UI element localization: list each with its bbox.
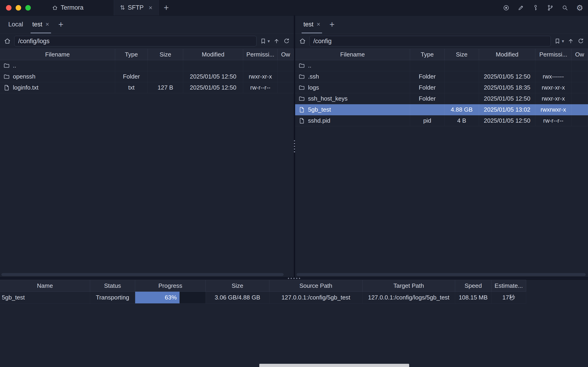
file-row-openssh[interactable]: openssh Folder 2025/01/05 12:50 rwxr-xr-…: [0, 71, 294, 82]
tab-local-label: Local: [8, 21, 23, 28]
close-window-button[interactable]: [6, 5, 11, 11]
refresh-button[interactable]: [577, 38, 584, 45]
remote-panel: test × + ▾: [295, 16, 588, 277]
column-header-source-path[interactable]: Source Path: [269, 280, 363, 292]
size-cell: 4 B: [444, 115, 479, 126]
tab-termora[interactable]: Termora: [47, 0, 88, 15]
home-icon[interactable]: [299, 37, 306, 45]
owner-cell: [571, 60, 588, 71]
column-header-permissions[interactable]: Permissi...: [535, 49, 571, 60]
path-input[interactable]: [309, 36, 551, 46]
column-header-size[interactable]: Size: [206, 280, 269, 292]
permissions-cell: rw-r--r--: [243, 82, 278, 93]
record-icon[interactable]: [502, 4, 510, 12]
filename-cell: sshd.pid: [295, 115, 410, 126]
transfers-panel: Name Status Progress Size Source Path Ta…: [0, 280, 588, 304]
permissions-cell: rwxrwxr-x: [535, 104, 571, 115]
left-panel-tabs: Local test × +: [0, 16, 294, 33]
owner-cell: [571, 115, 588, 126]
column-header-progress[interactable]: Progress: [135, 280, 206, 292]
transfer-size-cell: 3.06 GB/4.88 GB: [206, 292, 269, 304]
close-tab-icon[interactable]: ×: [45, 21, 49, 28]
file-row-loginfo[interactable]: loginfo.txt txt 127 B 2025/01/05 12:50 r…: [0, 82, 294, 93]
bookmark-icon: [554, 38, 561, 45]
parent-directory-button[interactable]: [567, 38, 574, 45]
transfer-row-5gb-test[interactable]: 5gb_test Transporting 63% 3.06 GB/4.88 G…: [0, 292, 588, 304]
column-header-filename[interactable]: Filename: [0, 49, 115, 60]
add-session-tab-button[interactable]: +: [325, 16, 339, 33]
size-cell: 127 B: [148, 82, 183, 93]
filename-cell: ssh_host_keys: [295, 93, 410, 104]
tab-test-left[interactable]: test ×: [28, 16, 54, 33]
home-icon[interactable]: [4, 37, 11, 45]
search-icon[interactable]: [561, 4, 569, 12]
permissions-cell: rwx------: [535, 71, 571, 82]
column-header-target-path[interactable]: Target Path: [363, 280, 455, 292]
folder-icon: [3, 62, 10, 69]
file-row-parent[interactable]: ..: [0, 60, 294, 71]
file-row-ssh-host-keys[interactable]: ssh_host_keys Folder 2025/01/05 12:50 rw…: [295, 93, 588, 104]
add-session-tab-button[interactable]: +: [54, 16, 68, 33]
permissions-cell: rw-r--r--: [535, 115, 571, 126]
close-tab-icon[interactable]: ×: [149, 4, 152, 11]
file-icon: [298, 106, 305, 113]
minimize-window-button[interactable]: [16, 5, 21, 11]
filename-cell: .ssh: [295, 71, 410, 82]
filename-cell: ..: [295, 60, 410, 71]
file-row-ssh[interactable]: .ssh Folder 2025/01/05 12:50 rwx------: [295, 71, 588, 82]
column-header-status[interactable]: Status: [90, 280, 135, 292]
horizontal-scrollbar[interactable]: [1, 273, 284, 276]
column-header-estimate[interactable]: Estimate...: [491, 280, 526, 292]
tab-test-right[interactable]: test ×: [299, 16, 325, 33]
new-window-tab-button[interactable]: +: [159, 0, 174, 15]
refresh-button[interactable]: [283, 38, 290, 45]
column-header-owner[interactable]: Ow: [278, 49, 294, 60]
tab-local[interactable]: Local: [4, 16, 28, 33]
file-icon: [3, 84, 10, 91]
column-header-size[interactable]: Size: [148, 49, 183, 60]
file-row-5gb-test-selected[interactable]: 5gb_test 4.88 GB 2025/01/05 13:02 rwxrwx…: [295, 104, 588, 115]
bookmark-icon: [260, 38, 267, 45]
zoom-window-button[interactable]: [25, 5, 31, 11]
horizontal-scrollbar[interactable]: [297, 273, 586, 276]
settings-gear-icon[interactable]: ⚙: [576, 4, 584, 12]
modified-cell: 2025/01/05 18:35: [479, 82, 535, 93]
column-header-modified[interactable]: Modified: [479, 49, 535, 60]
close-tab-icon[interactable]: ×: [317, 21, 320, 28]
bookmark-button[interactable]: ▾: [260, 38, 270, 45]
folder-icon: [298, 62, 305, 69]
column-header-name[interactable]: Name: [0, 280, 90, 292]
path-input[interactable]: [14, 36, 256, 46]
type-cell: Folder: [410, 93, 444, 104]
file-row-parent[interactable]: ..: [295, 60, 588, 71]
column-header-owner[interactable]: Ow: [571, 49, 588, 60]
owner-cell: [278, 82, 294, 93]
titlebar-actions: ⚙: [502, 0, 584, 15]
key-icon[interactable]: [531, 4, 540, 12]
column-header-type[interactable]: Type: [410, 49, 444, 60]
tab-sftp[interactable]: ⇅ SFTP ×: [114, 0, 159, 15]
file-row-logs[interactable]: logs Folder 2025/01/05 18:35 rwxr-xr-x: [295, 82, 588, 93]
parent-directory-button[interactable]: [273, 38, 280, 45]
owner-cell: [571, 93, 588, 104]
transfer-estimate-cell: 17秒: [491, 292, 526, 304]
branch-icon[interactable]: [546, 4, 554, 12]
file-row-sshd-pid[interactable]: sshd.pid pid 4 B 2025/01/05 12:50 rw-r--…: [295, 115, 588, 126]
transfers-splitter[interactable]: [0, 277, 588, 280]
right-table-header: Filename Type Size Modified Permissi... …: [295, 49, 588, 60]
chevron-down-icon[interactable]: ▾: [268, 38, 270, 44]
column-header-size[interactable]: Size: [444, 49, 479, 60]
transfers-header-filler: [526, 280, 588, 292]
column-header-permissions[interactable]: Permissi...: [243, 49, 278, 60]
chevron-down-icon[interactable]: ▾: [562, 38, 564, 44]
type-cell: [410, 60, 444, 71]
bookmark-button[interactable]: ▾: [554, 38, 564, 45]
modified-cell: 2025/01/05 12:50: [479, 71, 535, 82]
edit-icon[interactable]: [517, 4, 525, 12]
column-header-type[interactable]: Type: [115, 49, 148, 60]
type-cell: [115, 60, 148, 71]
column-header-filename[interactable]: Filename: [295, 49, 410, 60]
column-header-speed[interactable]: Speed: [455, 280, 491, 292]
column-header-modified[interactable]: Modified: [183, 49, 243, 60]
termora-window: Termora ⇅ SFTP × + ⚙: [0, 0, 588, 367]
